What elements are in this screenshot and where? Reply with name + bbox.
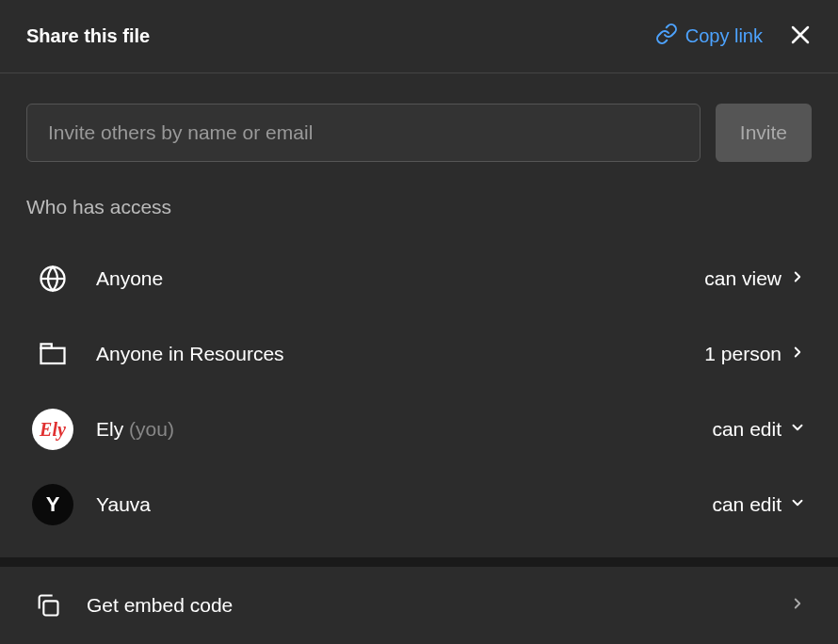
link-icon bbox=[655, 23, 678, 50]
permission-selector[interactable]: can view bbox=[704, 267, 806, 290]
access-row-anyone[interactable]: Anyone can view bbox=[26, 241, 812, 316]
close-button[interactable] bbox=[789, 24, 812, 50]
access-section-label: Who has access bbox=[26, 196, 812, 218]
permission-selector[interactable]: 1 person bbox=[704, 343, 806, 365]
access-row-user-ely[interactable]: Ely Ely (you) can edit bbox=[26, 392, 812, 467]
access-label: Ely (you) bbox=[96, 418, 689, 441]
access-list: Anyone can view Anyone in Resources 1 p bbox=[26, 241, 812, 542]
chevron-right-icon bbox=[789, 267, 806, 290]
embed-code-label: Get embed code bbox=[87, 594, 766, 617]
dialog-header: Share this file Copy link bbox=[0, 0, 838, 73]
globe-icon bbox=[32, 258, 73, 299]
permission-selector[interactable]: can edit bbox=[712, 493, 806, 516]
access-row-resources[interactable]: Anyone in Resources 1 person bbox=[26, 316, 812, 392]
chevron-right-icon bbox=[789, 343, 806, 365]
folder-icon bbox=[32, 333, 73, 375]
copy-link-button[interactable]: Copy link bbox=[655, 23, 763, 50]
embed-code-row[interactable]: Get embed code bbox=[0, 557, 838, 644]
permission-label: can view bbox=[704, 267, 782, 290]
dialog-content: Invite Who has access Anyone can view bbox=[0, 73, 838, 542]
svg-rect-4 bbox=[41, 348, 65, 363]
access-label: Anyone bbox=[96, 267, 682, 290]
dialog-title: Share this file bbox=[26, 25, 150, 47]
invite-row: Invite bbox=[26, 104, 812, 162]
access-label: Yauva bbox=[96, 493, 689, 516]
chevron-right-icon bbox=[789, 595, 806, 616]
permission-label: can edit bbox=[712, 493, 782, 516]
chevron-down-icon bbox=[789, 493, 806, 516]
access-row-user-yauva[interactable]: Y Yauva can edit bbox=[26, 467, 812, 542]
avatar: Y bbox=[32, 484, 73, 525]
avatar: Ely bbox=[32, 409, 73, 450]
access-label: Anyone in Resources bbox=[96, 343, 682, 365]
copy-link-label: Copy link bbox=[685, 25, 763, 47]
permission-label: can edit bbox=[712, 418, 782, 441]
permission-selector[interactable]: can edit bbox=[712, 418, 806, 441]
svg-rect-6 bbox=[43, 601, 57, 615]
user-name: Ely bbox=[96, 418, 123, 440]
invite-input[interactable] bbox=[26, 104, 701, 162]
copy-icon bbox=[32, 589, 64, 621]
chevron-down-icon bbox=[789, 418, 806, 441]
header-actions: Copy link bbox=[655, 23, 812, 50]
svg-rect-5 bbox=[41, 344, 52, 347]
close-icon bbox=[789, 24, 812, 50]
invite-button[interactable]: Invite bbox=[716, 104, 812, 162]
you-indicator: (you) bbox=[129, 418, 174, 440]
permission-label: 1 person bbox=[704, 343, 782, 365]
